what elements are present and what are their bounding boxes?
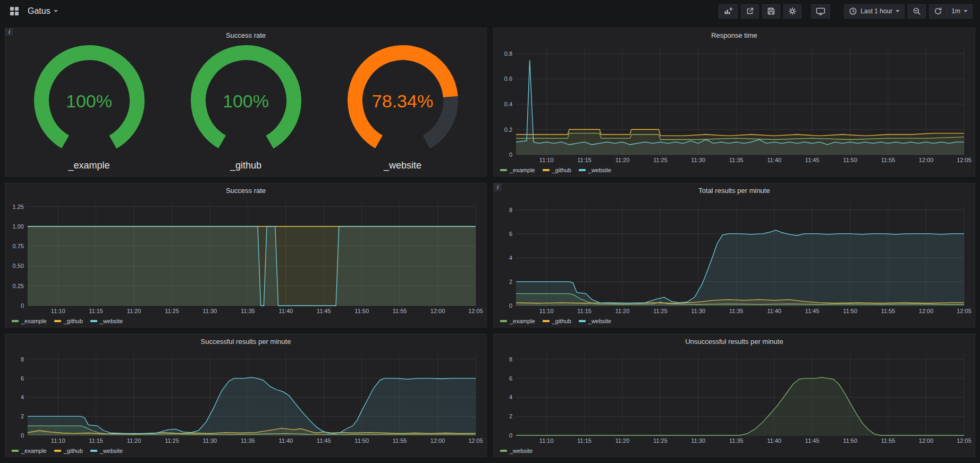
panel-header-total-results[interactable]: Total results per minute — [494, 183, 975, 197]
gauge-value: 100% — [20, 91, 158, 112]
svg-text:11:35: 11:35 — [729, 308, 744, 314]
panel-header-response-time[interactable]: Response time — [494, 28, 975, 42]
panel-info-icon[interactable]: i — [5, 28, 13, 36]
svg-text:11:30: 11:30 — [203, 308, 217, 314]
legend-item-github[interactable]: _github — [54, 448, 83, 454]
legend-item-website[interactable]: _website — [90, 318, 123, 324]
dashboard-title-button[interactable]: Gatus — [28, 6, 58, 16]
panel-success-rate-timeseries: Success rate 11:1011:1511:2011:2511:3011… — [5, 183, 487, 327]
navbar: Gatus — [0, 0, 980, 22]
gauge-example: 100%_example — [20, 45, 158, 171]
legend-label: _github — [552, 167, 571, 173]
legend-item-github[interactable]: _github — [54, 318, 83, 324]
panel-unsuccessful-results-per-minute: Unsuccessful results per minute 11:1011:… — [493, 334, 975, 457]
svg-text:0: 0 — [509, 151, 512, 158]
series-swatch-icon — [500, 450, 507, 452]
legend-item-website[interactable]: _website — [500, 448, 533, 454]
panel-header-success-rate-gauges[interactable]: Success rate — [5, 28, 486, 42]
gauge-website: 78.34%_website — [334, 45, 472, 171]
legend-label: _github — [64, 318, 83, 324]
svg-text:11:15: 11:15 — [577, 437, 592, 444]
svg-text:2: 2 — [509, 413, 512, 419]
svg-text:11:40: 11:40 — [278, 437, 293, 444]
svg-text:1.00: 1.00 — [13, 223, 24, 230]
svg-text:11:50: 11:50 — [843, 157, 857, 163]
legend-item-github[interactable]: _github — [543, 318, 571, 324]
legend-item-website[interactable]: _website — [90, 448, 123, 454]
dashboard-settings-button[interactable] — [783, 4, 801, 19]
svg-text:11:15: 11:15 — [577, 308, 592, 314]
legend-label: _example — [21, 448, 47, 454]
svg-text:0.8: 0.8 — [504, 50, 512, 57]
svg-text:11:25: 11:25 — [653, 308, 668, 314]
legend-item-example[interactable]: _example — [12, 318, 47, 324]
svg-text:11:20: 11:20 — [615, 437, 630, 444]
chart-area: 11:1011:1511:2011:2511:3011:3511:4011:45… — [5, 197, 486, 315]
zoom-out-button[interactable] — [908, 4, 926, 19]
svg-text:12:00: 12:00 — [919, 308, 934, 314]
svg-text:11:10: 11:10 — [539, 157, 554, 163]
svg-text:11:30: 11:30 — [691, 157, 706, 163]
panel-header-unsuccessful-results[interactable]: Unsuccessful results per minute — [494, 334, 975, 348]
total-results-chart[interactable]: 11:1011:1511:2011:2511:3011:3511:4011:45… — [496, 197, 973, 315]
gauge-endpoint-label: _github — [230, 160, 261, 171]
svg-text:0: 0 — [509, 432, 512, 439]
panel-header-successful-results[interactable]: Successful results per minute — [5, 334, 486, 348]
successful-results-chart[interactable]: 11:1011:1511:2011:2511:3011:3511:4011:45… — [7, 348, 484, 445]
svg-text:11:15: 11:15 — [577, 157, 592, 163]
svg-text:12:05: 12:05 — [957, 308, 971, 314]
svg-text:11:35: 11:35 — [729, 157, 744, 163]
svg-text:11:55: 11:55 — [393, 437, 407, 444]
svg-text:11:45: 11:45 — [805, 308, 820, 314]
unsuccessful-results-chart[interactable]: 11:1011:1511:2011:2511:3011:3511:4011:45… — [496, 348, 973, 445]
legend-item-github[interactable]: _github — [543, 167, 571, 173]
svg-text:0.50: 0.50 — [13, 263, 24, 269]
refresh-button[interactable]: 1m — [929, 4, 973, 19]
svg-text:4: 4 — [509, 255, 512, 261]
svg-text:11:25: 11:25 — [653, 157, 668, 163]
chevron-down-icon — [54, 10, 58, 12]
legend-item-example[interactable]: _example — [12, 448, 47, 454]
gauge-value: 78.34% — [334, 91, 472, 112]
series-swatch-icon — [579, 169, 586, 171]
series-swatch-icon — [12, 320, 19, 322]
chart-legend: _example_github_website — [5, 315, 486, 327]
series-swatch-icon — [90, 320, 97, 322]
panel-info-icon[interactable]: i — [494, 183, 502, 191]
panel-header-success-rate-timeseries[interactable]: Success rate — [5, 183, 486, 197]
legend-item-website[interactable]: _website — [579, 318, 611, 324]
series-swatch-icon — [12, 450, 19, 452]
save-dashboard-button[interactable] — [762, 4, 780, 19]
series-swatch-icon — [90, 450, 97, 452]
panel-successful-results-per-minute: Successful results per minute 11:1011:15… — [5, 334, 487, 457]
add-panel-button[interactable] — [719, 4, 738, 19]
svg-text:11:25: 11:25 — [653, 437, 668, 444]
legend-label: _example — [21, 318, 47, 324]
time-picker-button[interactable]: Last 1 hour — [844, 4, 905, 19]
refresh-interval-label: 1m — [951, 7, 960, 15]
svg-text:11:45: 11:45 — [317, 308, 331, 314]
svg-text:12:00: 12:00 — [919, 157, 934, 163]
legend-item-example[interactable]: _example — [500, 318, 535, 324]
success-rate-chart[interactable]: 11:1011:1511:2011:2511:3011:3511:4011:45… — [7, 197, 484, 315]
dashboard-grid: i Success rate 100%_example100%_github78… — [0, 22, 980, 457]
svg-text:12:05: 12:05 — [468, 437, 483, 444]
time-range-label: Last 1 hour — [860, 7, 892, 15]
chart-area: 11:1011:1511:2011:2511:3011:3511:4011:45… — [494, 42, 975, 164]
gauge-value: 100% — [177, 91, 315, 112]
legend-label: _github — [552, 318, 571, 324]
share-dashboard-button[interactable] — [741, 4, 759, 19]
gear-icon — [788, 7, 797, 15]
svg-text:8: 8 — [509, 207, 512, 213]
legend-item-example[interactable]: _example — [500, 167, 535, 173]
gauge-endpoint-label: _example — [68, 160, 109, 171]
legend-label: _website — [510, 448, 533, 454]
response-time-chart[interactable]: 11:1011:1511:2011:2511:3011:3511:4011:45… — [496, 42, 973, 164]
svg-text:8: 8 — [21, 356, 24, 363]
svg-text:11:15: 11:15 — [89, 308, 103, 314]
legend-item-website[interactable]: _website — [579, 167, 611, 173]
navbar-right: Last 1 hour 1m — [719, 4, 973, 19]
grafana-menu-button[interactable] — [7, 4, 21, 18]
apps-grid-icon — [10, 6, 19, 16]
cycle-view-button[interactable] — [811, 4, 830, 19]
